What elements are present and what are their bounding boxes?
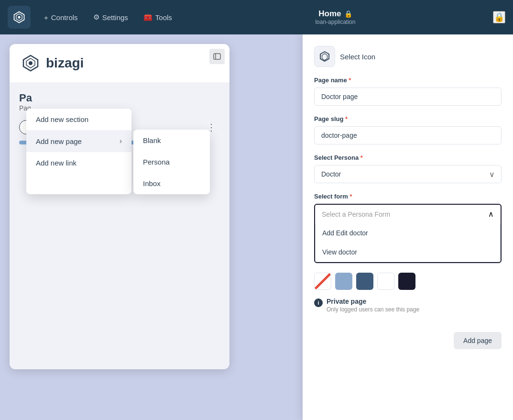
form-option-add-edit-doctor[interactable]: Add Edit doctor bbox=[316, 223, 500, 243]
add-new-link-label: Add new link bbox=[36, 159, 76, 167]
nav-subtitle: loan-application bbox=[182, 19, 489, 25]
page-name-label: Page name * bbox=[314, 77, 502, 84]
info-icon: i bbox=[314, 298, 323, 307]
select-persona-section: Select Persona * Doctor ∨ bbox=[314, 154, 502, 183]
tools-label: Tools bbox=[155, 13, 172, 22]
color-swatch-dark-blue[interactable] bbox=[356, 273, 373, 290]
bizagi-title: bizagi bbox=[46, 55, 84, 71]
color-swatch-light-blue[interactable] bbox=[335, 273, 352, 290]
persona-item[interactable]: Persona bbox=[133, 151, 210, 173]
nav-center: Home 🔒 loan-application bbox=[182, 9, 489, 25]
select-form-container: Select a Persona Form ∧ Add Edit doctor … bbox=[314, 204, 502, 263]
page-name-section: Page name * bbox=[314, 77, 502, 106]
gear-icon: ⚙ bbox=[93, 13, 99, 22]
select-form-header[interactable]: Select a Persona Form ∧ bbox=[315, 205, 501, 223]
page-slug-section: Page slug * bbox=[314, 115, 502, 144]
select-form-chevron-icon: ∧ bbox=[488, 210, 494, 219]
controls-label: Controls bbox=[51, 13, 78, 22]
icon-box[interactable] bbox=[314, 46, 335, 67]
select-persona-label: Select Persona * bbox=[314, 154, 502, 161]
top-navigation: + Controls ⚙ Settings 🧰 Tools Home 🔒 loa… bbox=[0, 0, 513, 34]
view-doctor-label: View doctor bbox=[322, 248, 357, 256]
private-page-desc: Only logged users can see this page bbox=[327, 306, 419, 313]
dropdown-container: Add new section Add new page › Add new l… bbox=[26, 109, 210, 194]
form-option-view-doctor[interactable]: View doctor bbox=[316, 243, 500, 262]
app-logo[interactable] bbox=[8, 6, 31, 29]
tools-button[interactable]: 🧰 Tools bbox=[138, 9, 178, 25]
settings-button[interactable]: ⚙ Settings bbox=[87, 9, 134, 25]
icon-selector: Select Icon bbox=[314, 46, 502, 67]
page-slug-input[interactable] bbox=[314, 126, 502, 144]
plus-icon: + bbox=[44, 13, 48, 22]
hexagon-icon bbox=[319, 51, 330, 62]
add-page-button[interactable]: Add page bbox=[454, 332, 502, 349]
nav-lock-button[interactable]: 🔒 bbox=[493, 11, 505, 23]
add-edit-doctor-label: Add Edit doctor bbox=[322, 229, 368, 237]
svg-rect-2 bbox=[214, 54, 220, 59]
slug-required-asterisk: * bbox=[345, 115, 348, 122]
private-page-label: Private page bbox=[327, 298, 419, 305]
dropdown-menu: Add new section Add new page › Add new l… bbox=[26, 109, 131, 194]
blank-label: Blank bbox=[143, 136, 161, 144]
page-name-input[interactable] bbox=[314, 88, 502, 106]
canvas-area: bizagi Pa Pag Add new ⋮ Add new bbox=[0, 34, 303, 420]
select-form-placeholder: Select a Persona Form bbox=[322, 210, 390, 218]
persona-required-asterisk: * bbox=[360, 154, 363, 161]
app-card-header: bizagi bbox=[10, 44, 229, 82]
color-swatch-none[interactable] bbox=[314, 273, 331, 290]
select-form-label: Select form * bbox=[314, 193, 502, 200]
add-new-page-label: Add new page bbox=[36, 137, 82, 145]
page-label: Pa bbox=[19, 92, 220, 104]
color-swatches bbox=[314, 273, 502, 290]
main-area: bizagi Pa Pag Add new ⋮ Add new bbox=[0, 34, 513, 420]
nav-title: Home 🔒 bbox=[182, 9, 489, 19]
select-form-section: Select form * Select a Persona Form ∧ Ad… bbox=[314, 193, 502, 263]
svg-point-1 bbox=[29, 61, 33, 65]
right-panel: Select Icon Page name * Page slug * Sele… bbox=[303, 34, 513, 420]
color-swatch-white[interactable] bbox=[377, 273, 394, 290]
lock-icon[interactable]: 🔒 bbox=[344, 10, 352, 18]
private-page-section: i Private page Only logged users can see… bbox=[314, 298, 502, 313]
private-page-text: Private page Only logged users can see t… bbox=[327, 298, 419, 313]
required-asterisk: * bbox=[349, 77, 351, 84]
add-new-section-label: Add new section bbox=[36, 115, 88, 123]
toggle-panel-button[interactable] bbox=[209, 49, 225, 64]
select-icon-label[interactable]: Select Icon bbox=[340, 53, 375, 61]
add-new-link-item[interactable]: Add new link bbox=[26, 152, 131, 174]
add-new-page-item[interactable]: Add new page › bbox=[26, 130, 131, 152]
svg-point-0 bbox=[18, 16, 20, 18]
home-label: Home bbox=[318, 9, 341, 19]
inbox-label: Inbox bbox=[143, 179, 161, 188]
page-slug-label: Page slug * bbox=[314, 115, 502, 122]
app-preview-card: bizagi Pa Pag Add new ⋮ bbox=[10, 44, 229, 369]
blank-item[interactable]: Blank bbox=[133, 130, 210, 151]
toolbox-icon: 🧰 bbox=[143, 13, 153, 22]
inbox-item[interactable]: Inbox bbox=[133, 173, 210, 194]
persona-select-wrapper: Doctor ∨ bbox=[314, 165, 502, 183]
chevron-right-icon: › bbox=[120, 137, 122, 145]
form-required-asterisk: * bbox=[349, 193, 352, 200]
add-new-section-item[interactable]: Add new section bbox=[26, 109, 131, 130]
persona-label: Persona bbox=[143, 158, 170, 166]
color-swatch-black[interactable] bbox=[398, 273, 415, 290]
bizagi-logo-icon bbox=[21, 54, 40, 73]
controls-button[interactable]: + Controls bbox=[38, 10, 84, 25]
dropdown-submenu: Blank Persona Inbox bbox=[133, 130, 210, 194]
persona-select[interactable]: Doctor bbox=[314, 165, 502, 183]
settings-label: Settings bbox=[102, 13, 128, 22]
select-form-dropdown: Add Edit doctor View doctor bbox=[315, 223, 501, 262]
